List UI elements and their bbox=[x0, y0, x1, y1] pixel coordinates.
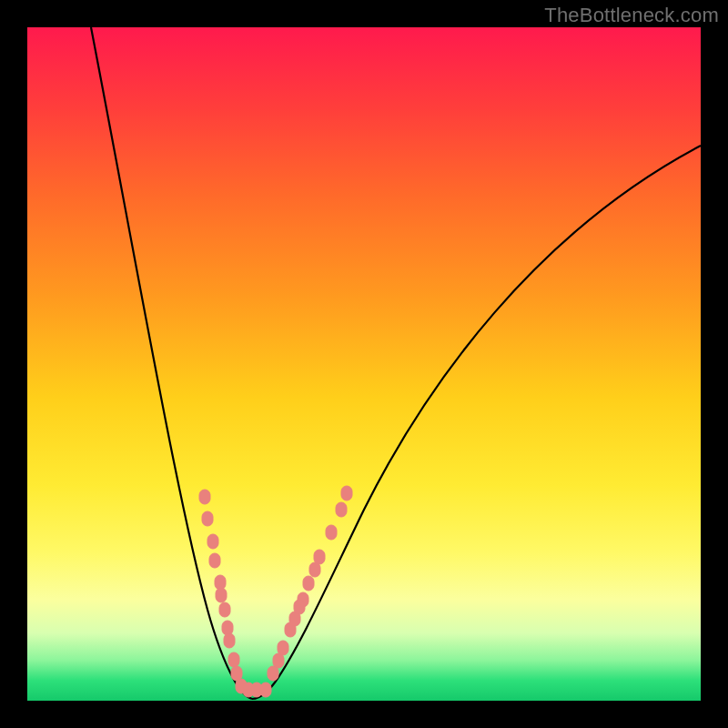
scatter-group bbox=[199, 486, 352, 697]
data-point bbox=[216, 588, 227, 602]
data-point bbox=[268, 666, 278, 681]
data-point bbox=[336, 502, 347, 517]
data-point bbox=[209, 553, 220, 568]
chart-frame bbox=[27, 27, 701, 701]
data-point bbox=[326, 525, 337, 540]
data-point bbox=[202, 511, 213, 526]
data-point bbox=[341, 486, 352, 500]
data-point bbox=[314, 550, 325, 564]
curve-right-branch bbox=[252, 146, 701, 699]
data-point bbox=[294, 600, 305, 614]
data-point bbox=[260, 682, 271, 697]
curve-left-branch bbox=[91, 27, 252, 699]
data-point bbox=[224, 633, 235, 648]
curves-group bbox=[91, 27, 701, 699]
data-point bbox=[219, 602, 230, 617]
data-point bbox=[228, 652, 239, 667]
data-point bbox=[199, 490, 210, 504]
data-point bbox=[207, 534, 218, 549]
bottleneck-chart bbox=[27, 27, 701, 701]
watermark-label: TheBottleneck.com bbox=[544, 4, 719, 27]
data-point bbox=[278, 641, 288, 655]
data-point bbox=[303, 576, 314, 591]
data-point bbox=[222, 621, 233, 635]
